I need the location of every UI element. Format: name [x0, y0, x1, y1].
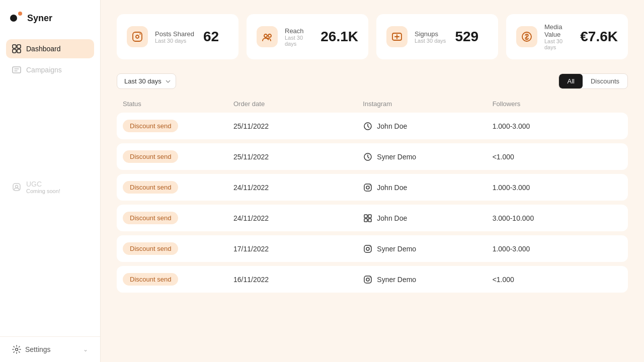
followers-cell: <1.000 — [493, 276, 622, 284]
stat-info-reach: Reach Last 30 days — [285, 27, 311, 47]
svg-point-19 — [370, 185, 371, 186]
table-row: Discount send 17/11/2022 Syner Demo 1.00… — [117, 235, 628, 262]
col-header-followers: Followers — [493, 100, 622, 108]
logo-icon — [10, 11, 24, 25]
stat-card-reach: Reach Last 30 days 26.1K — [247, 14, 368, 59]
stat-title-reach: Reach — [285, 27, 311, 35]
status-badge: Discount send — [123, 150, 178, 163]
svg-rect-21 — [368, 215, 371, 218]
followers-cell: 3.000-10.000 — [493, 214, 622, 222]
status-badge: Discount send — [123, 212, 178, 224]
svg-rect-3 — [17, 49, 21, 53]
svg-point-25 — [366, 247, 369, 250]
instagram-cell: Syner Demo — [363, 244, 492, 254]
table-row: Discount send 25/11/2022 Syner Demo <1.0… — [117, 143, 628, 170]
instagram-name: John Doe — [377, 122, 407, 130]
date-filter-select[interactable]: Last 7 days Last 30 days Last 90 days — [117, 73, 176, 89]
sidebar-item-campaigns-label: Campaigns — [26, 66, 62, 74]
followers-cell: 1.000-3.000 — [493, 122, 622, 130]
media-value-icon-wrap — [516, 26, 537, 47]
media-value-icon — [521, 31, 532, 42]
order-date-cell: 16/11/2022 — [233, 276, 363, 284]
stat-card-signups: Signups Last 30 days 529 — [376, 14, 498, 59]
status-cell: Discount send — [123, 242, 233, 255]
stats-row: Posts Shared Last 30 days 62 Reach Last … — [117, 14, 628, 59]
svg-point-6 — [16, 185, 18, 188]
stat-info-signups: Signups Last 30 days — [415, 30, 446, 44]
status-badge: Discount send — [123, 120, 178, 132]
stat-subtitle-reach: Last 30 days — [285, 35, 311, 47]
status-badge: Discount send — [123, 242, 178, 255]
status-badge: Discount send — [123, 273, 178, 286]
logo-text: Syner — [27, 13, 52, 24]
status-cell: Discount send — [123, 273, 233, 286]
instagram-icon — [363, 275, 373, 285]
stat-subtitle-signups: Last 30 days — [415, 38, 446, 44]
svg-point-11 — [264, 34, 267, 37]
stat-title-posts-shared: Posts Shared — [155, 30, 194, 38]
grid-icon — [363, 213, 373, 223]
instagram-name: Syner Demo — [377, 245, 416, 253]
instagram-clock-icon — [363, 152, 373, 162]
settings-icon — [12, 345, 21, 354]
settings-chevron-icon: ⌄ — [83, 346, 88, 353]
instagram-name: John Doe — [377, 184, 407, 192]
order-date-cell: 25/11/2022 — [233, 153, 363, 161]
svg-rect-1 — [17, 45, 21, 48]
svg-point-10 — [139, 33, 140, 34]
stat-value-posts-shared: 62 — [203, 29, 219, 45]
svg-rect-23 — [368, 219, 371, 222]
reach-icon-wrap — [257, 26, 278, 47]
table-controls: Last 7 days Last 30 days Last 90 days Al… — [117, 73, 628, 89]
order-date-cell: 24/11/2022 — [233, 214, 363, 222]
ugc-section: UGC Coming soon! — [0, 174, 100, 202]
sidebar-item-dashboard[interactable]: Dashboard — [6, 39, 94, 58]
svg-rect-0 — [13, 45, 16, 48]
table-header: Status Order date Instagram Followers — [117, 97, 628, 113]
settings-label: Settings — [25, 345, 51, 353]
instagram-name: Syner Demo — [377, 276, 416, 284]
stat-card-posts-shared: Posts Shared Last 30 days 62 — [117, 14, 238, 59]
instagram-icon — [363, 183, 373, 193]
table-row: Discount send 24/11/2022 John Doe 3.000-… — [117, 205, 628, 231]
svg-rect-22 — [364, 219, 367, 222]
instagram-cell: John Doe — [363, 183, 492, 193]
status-badge: Discount send — [123, 181, 178, 194]
stat-card-media-value: Media Value Last 30 days €7.6K — [506, 14, 628, 59]
sidebar-nav: Dashboard Campaigns — [0, 39, 100, 174]
settings-button[interactable]: Settings ⌄ — [0, 336, 100, 362]
svg-rect-4 — [13, 67, 21, 73]
stat-title-media-value: Media Value — [544, 23, 571, 38]
col-header-instagram: Instagram — [363, 100, 492, 108]
reach-icon — [262, 31, 273, 42]
ugc-icon — [12, 183, 21, 192]
status-cell: Discount send — [123, 181, 233, 194]
instagram-cell: Syner Demo — [363, 152, 492, 162]
ugc-title: UGC — [26, 180, 60, 188]
main-content: Posts Shared Last 30 days 62 Reach Last … — [101, 0, 644, 362]
status-cell: Discount send — [123, 150, 233, 163]
stat-subtitle-posts-shared: Last 30 days — [155, 38, 194, 44]
dashboard-icon — [12, 44, 21, 53]
col-header-status: Status — [123, 100, 233, 108]
posts-shared-icon-wrap — [127, 26, 148, 47]
signups-icon — [391, 31, 403, 42]
stat-value-media-value: €7.6K — [580, 29, 618, 45]
sidebar: Syner Dashboard Campaigns — [0, 0, 101, 362]
filter-btn-discounts[interactable]: Discounts — [583, 74, 627, 88]
sidebar-item-campaigns[interactable]: Campaigns — [6, 60, 94, 79]
stat-info-media-value: Media Value Last 30 days — [544, 23, 571, 50]
logo: Syner — [0, 0, 100, 39]
status-cell: Discount send — [123, 120, 233, 132]
table-row: Discount send 24/11/2022 John Doe 1.000-… — [117, 174, 628, 201]
ugc-coming-soon: Coming soon! — [26, 188, 60, 194]
stat-info-posts-shared: Posts Shared Last 30 days — [155, 30, 194, 44]
instagram-icon — [363, 244, 373, 254]
svg-point-28 — [366, 278, 369, 281]
followers-cell: 1.000-3.000 — [493, 245, 622, 253]
instagram-name: Syner Demo — [377, 153, 416, 161]
instagram-cell: John Doe — [363, 121, 492, 131]
stat-subtitle-media-value: Last 30 days — [544, 38, 571, 50]
instagram-name: John Doe — [377, 214, 407, 222]
filter-btn-all[interactable]: All — [559, 74, 582, 88]
